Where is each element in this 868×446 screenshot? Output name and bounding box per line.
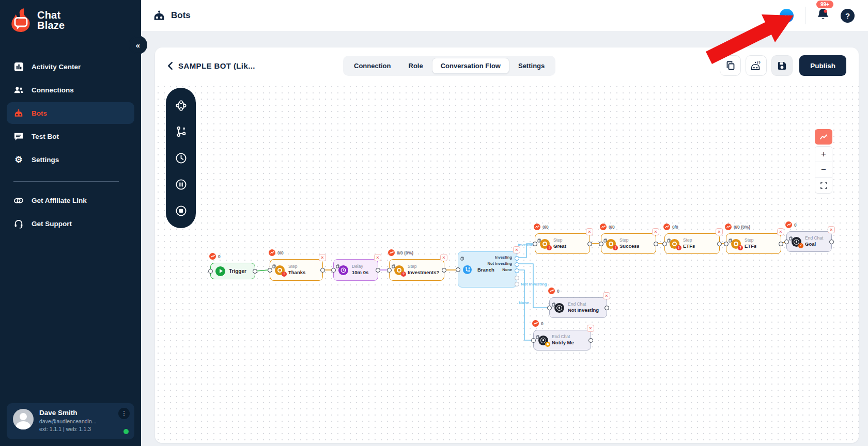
tab-conversation-flow[interactable]: Conversation Flow [432,58,509,74]
output-port-unused[interactable] [515,282,519,286]
sidebar-item-settings[interactable]: ⚙ Settings [7,149,134,170]
output-port[interactable] [605,306,609,310]
output-port-none[interactable] [515,268,519,273]
flow-node-end-chat-notify-me[interactable]: 0 End ChatNotify Me × [533,330,591,351]
output-port-unused[interactable] [515,276,519,280]
messenger-icon[interactable] [779,8,794,23]
delete-node-button[interactable]: × [374,254,381,261]
clock-icon[interactable] [175,152,187,164]
flow-node-step-thanks[interactable]: 0/0 ! StepThanks × [270,259,323,281]
pause-icon[interactable] [175,178,187,190]
flow-node-branch[interactable]: Branch Investing Not investing None × [458,251,517,288]
sidebar-item-affiliate-link[interactable]: Get Affiliate Link [7,190,134,212]
flow-node-step-investments[interactable]: 0/0 (0%) ? StepInvestments? × [389,259,444,281]
robot-icon [13,108,24,118]
node-analytics-stat: 0 [209,253,221,260]
save-bot-button[interactable] [771,55,793,76]
input-port[interactable] [331,268,336,273]
tab-role[interactable]: Role [400,58,432,74]
save-icon [777,61,787,71]
sidebar-item-support[interactable]: Get Support [7,213,134,235]
flow-node-end-chat-goal[interactable]: 0 ✓ End ChatGoal × [786,231,832,252]
flow-node-step-success[interactable]: 0/0 ! StepSuccess × [601,233,656,254]
sidebar-divider [13,181,119,182]
publish-button[interactable]: Publish [799,55,846,76]
delete-node-button[interactable]: × [513,246,520,253]
sidebar-item-test-bot[interactable]: Test Bot [7,125,134,147]
analytics-icon [532,320,539,327]
input-port[interactable] [208,269,213,274]
end-chat-target-icon: ✓ [792,237,801,247]
activity-chart-icon [13,61,24,72]
output-port-not-investing[interactable] [515,262,519,267]
delete-node-button[interactable]: × [603,292,610,299]
delete-node-button[interactable]: × [652,228,659,235]
output-port[interactable] [253,269,257,274]
tab-connection[interactable]: Connection [345,58,400,74]
analytics-icon[interactable] [815,129,832,145]
flow-node-step-etfs-1[interactable]: 0/0 ! StepETFs × [664,233,720,254]
flow-node-delay[interactable]: Delay10m 0s × [333,259,378,281]
zoom-out-button[interactable]: − [815,162,832,178]
users-icon [13,85,24,95]
node-analytics-stat: 0 [785,221,797,228]
delete-node-button[interactable]: × [828,226,835,233]
analytics-icon [548,288,555,294]
top-header: Bots 99+ ? [141,0,868,31]
input-port[interactable] [533,242,537,246]
flow-node-end-chat-not-investing[interactable]: 0 End ChatNot Investing × [549,297,607,318]
node-network-icon[interactable] [175,99,187,112]
delete-node-button[interactable]: × [440,254,447,261]
output-port[interactable] [320,268,325,273]
flow-node-trigger[interactable]: 0 Trigger [210,263,255,279]
flow-node-step-etfs-2[interactable]: 0/0 (0%) ? StepETFs × [726,233,781,254]
test-bot-button[interactable]: !? [746,55,767,76]
input-port[interactable] [599,242,603,246]
back-button[interactable] [167,61,173,70]
node-analytics-stat: 0/0 [600,224,615,230]
delete-node-button[interactable]: × [777,228,784,235]
delete-node-button[interactable]: × [587,325,594,332]
output-port[interactable] [376,268,380,273]
copy-bot-button[interactable] [720,55,741,76]
delete-node-button[interactable]: × [586,228,593,235]
sidebar-collapse-button[interactable]: « [130,37,146,53]
fullscreen-button[interactable] [815,178,832,193]
input-port[interactable] [531,338,536,343]
sidebar-item-activity-center[interactable]: Activity Center [7,56,134,77]
flow-node-step-great[interactable]: 0/0 ! StepGreat × [535,233,590,254]
input-port[interactable] [387,268,392,273]
help-icon[interactable]: ? [841,9,855,23]
output-port[interactable] [442,268,446,273]
sidebar-item-label: Bots [32,109,47,117]
tab-settings[interactable]: Settings [509,58,553,74]
profile-menu-button[interactable]: ⋮ [118,408,130,419]
sidebar-item-bots[interactable]: Bots [7,102,134,124]
user-profile-card[interactable]: Dave Smith dave@audienceandin... ext: 1.… [7,403,134,440]
editor-header: SAMPLE BOT (Lik... Connection Role Conve… [155,47,859,84]
input-port[interactable] [268,268,272,273]
stop-icon[interactable] [175,204,187,217]
output-port[interactable] [587,242,592,246]
output-port[interactable] [829,240,834,244]
branch-icon[interactable] [175,125,187,138]
output-port[interactable] [717,242,722,246]
profile-email: dave@audienceandin... [39,418,97,426]
output-port[interactable] [588,338,593,343]
input-port[interactable] [724,242,729,246]
output-port[interactable] [654,242,658,246]
input-port[interactable] [547,306,552,310]
input-port[interactable] [784,240,789,244]
input-port[interactable] [662,242,667,246]
bot-editor-panel: SAMPLE BOT (Lik... Connection Role Conve… [155,47,859,443]
sidebar-item-connections[interactable]: Connections [7,79,134,101]
delete-node-button[interactable]: × [716,228,723,235]
node-analytics-stat: 0/0 (0%) [725,224,750,230]
output-port-investing[interactable] [515,256,519,261]
flow-canvas[interactable]: + − Investing [155,84,859,443]
bell-icon[interactable] [816,8,830,22]
output-port[interactable] [779,242,783,246]
input-port[interactable] [456,267,460,272]
zoom-in-button[interactable]: + [815,147,832,162]
delete-node-button[interactable]: × [319,254,326,261]
